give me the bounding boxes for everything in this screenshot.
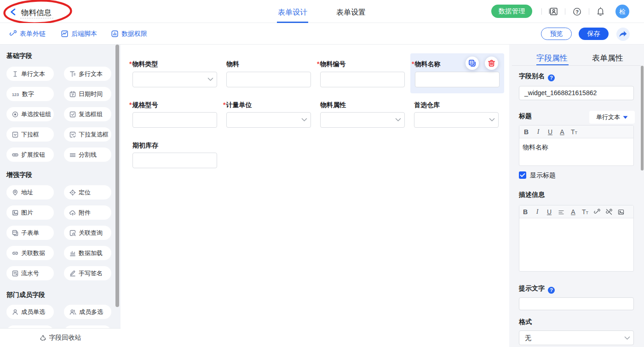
svg-text:?: ? xyxy=(575,9,579,15)
svg-text:123: 123 xyxy=(12,92,19,97)
